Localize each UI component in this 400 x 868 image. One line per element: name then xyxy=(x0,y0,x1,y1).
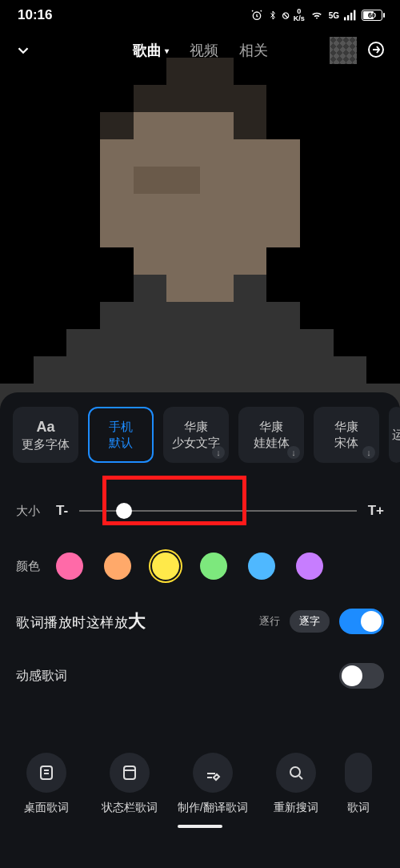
share-icon xyxy=(366,40,386,59)
font-chip-more[interactable]: Aa 更多字体 xyxy=(13,407,78,463)
avatar[interactable] xyxy=(330,37,357,64)
font-chip-partial[interactable]: 运 xyxy=(389,407,400,463)
color-swatches xyxy=(56,553,384,580)
action-desktop-lyrics[interactable]: 桌面歌词 xyxy=(6,753,86,815)
download-icon: ↓ xyxy=(287,446,300,459)
size-slider[interactable] xyxy=(79,499,357,523)
edit-translate-icon xyxy=(203,763,222,782)
bottom-actions: 桌面歌词 状态栏歌词 制作/翻译歌词 重新搜词 歌词 xyxy=(0,753,400,815)
color-label: 颜色 xyxy=(16,559,45,574)
font-chip-huakang-song[interactable]: 华康 宋体 ↓ xyxy=(314,407,379,463)
status-bar: 10:16 ⦸ 0 K/s 5G 60 xyxy=(0,0,400,30)
action-lyrics-partial[interactable]: 歌词 xyxy=(339,753,378,815)
album-art xyxy=(0,30,400,411)
font-chip-huakang-wawa[interactable]: 华康 娃娃体 ↓ xyxy=(238,407,304,463)
switch-knob xyxy=(361,611,382,632)
color-swatch[interactable] xyxy=(104,553,131,580)
net-gen: 5G xyxy=(329,11,339,20)
chevron-down-icon xyxy=(14,42,32,59)
statusbar-lyrics-icon xyxy=(120,763,139,782)
font-chip-default[interactable]: 手机 默认 xyxy=(88,407,154,463)
dynamic-switch-off[interactable] xyxy=(339,663,384,689)
tab-song[interactable]: 歌曲▾ xyxy=(133,41,169,60)
svg-rect-1 xyxy=(344,17,346,20)
svg-rect-2 xyxy=(347,15,349,20)
lyrics-settings-panel: Aa 更多字体 手机 默认 华康 少女文字 ↓ 华康 娃娃体 ↓ 华康 宋体 ↓… xyxy=(0,392,400,868)
preview-switch-on[interactable] xyxy=(339,609,384,634)
slider-thumb[interactable] xyxy=(116,503,132,519)
nav-tabs: 歌曲▾ 视频 相关 xyxy=(133,41,268,60)
color-swatch[interactable] xyxy=(296,553,323,580)
collapse-button[interactable] xyxy=(13,40,34,61)
download-icon: ↓ xyxy=(212,446,225,459)
seg-char[interactable]: 逐字 xyxy=(290,610,330,633)
preview-text: 歌词播放时这样放大 xyxy=(16,609,146,633)
preview-row: 歌词播放时这样放大 逐行 逐字 xyxy=(0,609,400,634)
status-time: 10:16 xyxy=(18,7,52,23)
dynamic-lyrics-row: 动感歌词 xyxy=(0,663,400,689)
color-swatch[interactable] xyxy=(56,553,83,580)
action-statusbar-lyrics[interactable]: 状态栏歌词 xyxy=(90,753,170,815)
size-label: 大小 xyxy=(16,504,45,519)
tab-related[interactable]: 相关 xyxy=(239,41,268,60)
font-chips-row[interactable]: Aa 更多字体 手机 默认 华康 少女文字 ↓ 华康 娃娃体 ↓ 华康 宋体 ↓… xyxy=(0,407,400,463)
net-speed: 0 K/s xyxy=(294,8,305,22)
size-increase[interactable]: T+ xyxy=(368,503,384,519)
search-icon xyxy=(286,763,306,782)
top-nav: 歌曲▾ 视频 相关 xyxy=(0,30,400,70)
signal-icon xyxy=(344,10,357,21)
dynamic-label: 动感歌词 xyxy=(16,668,67,685)
color-row: 颜色 xyxy=(0,553,400,580)
color-swatch[interactable] xyxy=(152,553,179,580)
action-research-lyrics[interactable]: 重新搜词 xyxy=(256,753,336,815)
color-swatch[interactable] xyxy=(200,553,227,580)
font-more-aa: Aa xyxy=(36,417,54,436)
mute-icon: ⦸ xyxy=(282,9,289,22)
color-swatch[interactable] xyxy=(248,553,275,580)
desktop-lyrics-icon xyxy=(37,763,56,782)
switch-knob xyxy=(342,665,362,686)
home-indicator[interactable] xyxy=(178,825,222,828)
svg-rect-7 xyxy=(124,766,135,779)
svg-rect-4 xyxy=(354,10,355,21)
download-icon: ↓ xyxy=(362,446,375,459)
svg-point-8 xyxy=(290,767,300,777)
wifi-icon xyxy=(310,10,324,21)
bluetooth-icon xyxy=(268,9,278,22)
font-more-label: 更多字体 xyxy=(22,436,70,452)
svg-rect-3 xyxy=(350,13,352,21)
action-translate-lyrics[interactable]: 制作/翻译歌词 xyxy=(173,753,253,815)
size-row: 大小 T- T+ xyxy=(0,487,400,535)
caret-down-icon: ▾ xyxy=(165,46,169,55)
tab-video[interactable]: 视频 xyxy=(190,41,218,60)
status-right: ⦸ 0 K/s 5G 60 xyxy=(250,8,382,22)
alarm-icon xyxy=(250,9,263,22)
size-decrease[interactable]: T- xyxy=(56,503,68,519)
seg-line[interactable]: 逐行 xyxy=(250,610,290,633)
animation-mode-segment: 逐行 逐字 xyxy=(250,610,330,633)
font-chip-huakang-girl[interactable]: 华康 少女文字 ↓ xyxy=(163,407,229,463)
battery-indicator: 60 xyxy=(362,10,382,21)
share-button[interactable] xyxy=(366,40,387,61)
